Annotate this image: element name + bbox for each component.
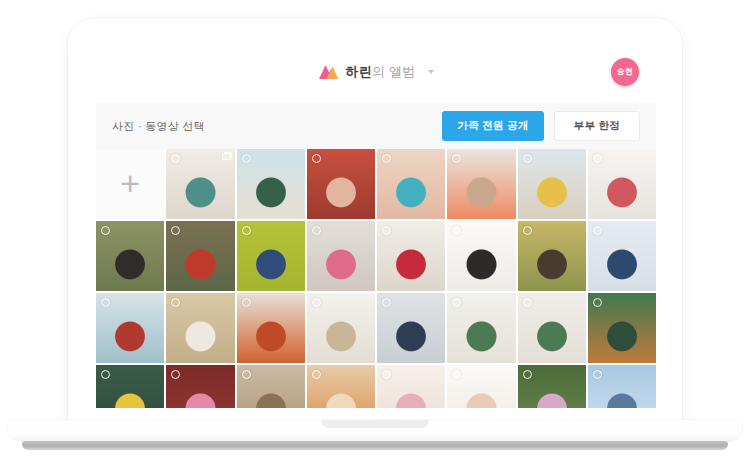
page: 하린의 앨범 승현 사진 · 동영상 선택 가족 전원 공개 부부 한정 + — [0, 0, 750, 462]
plus-icon: + — [120, 166, 140, 200]
photo-tile[interactable] — [447, 221, 515, 291]
photo-tile[interactable] — [518, 221, 586, 291]
select-circle-icon[interactable] — [593, 298, 602, 307]
select-circle-icon[interactable] — [171, 298, 180, 307]
album-title-rest: 의 앨범 — [372, 64, 415, 79]
photo-tile[interactable] — [377, 149, 445, 219]
add-photo-button[interactable]: + — [96, 149, 164, 219]
select-circle-icon[interactable] — [171, 154, 180, 163]
share-scope-buttons: 가족 전원 공개 부부 한정 — [442, 111, 640, 141]
burst-photos-icon — [222, 153, 231, 160]
photo-tile[interactable] — [447, 365, 515, 408]
photo-tile[interactable] — [96, 365, 164, 408]
select-circle-icon[interactable] — [452, 226, 461, 235]
select-circle-icon[interactable] — [593, 226, 602, 235]
album-title-menu[interactable]: 하린의 앨범 — [318, 63, 435, 81]
album-title-bold: 하린 — [346, 64, 372, 79]
select-circle-icon[interactable] — [171, 370, 180, 379]
select-circle-icon[interactable] — [312, 226, 321, 235]
photo-tile[interactable] — [377, 365, 445, 408]
select-circle-icon[interactable] — [242, 226, 251, 235]
select-circle-icon[interactable] — [523, 298, 532, 307]
select-circle-icon[interactable] — [312, 298, 321, 307]
photo-tile[interactable] — [307, 221, 375, 291]
photo-tile[interactable] — [377, 293, 445, 363]
album-title: 하린의 앨범 — [346, 63, 416, 81]
photo-tile[interactable] — [377, 221, 445, 291]
select-circle-icon[interactable] — [242, 298, 251, 307]
select-circle-icon[interactable] — [523, 226, 532, 235]
photo-tile[interactable] — [166, 365, 234, 408]
select-circle-icon[interactable] — [101, 226, 110, 235]
select-circle-icon[interactable] — [101, 370, 110, 379]
select-circle-icon[interactable] — [523, 154, 532, 163]
photo-tile[interactable] — [237, 293, 305, 363]
photo-tile[interactable] — [307, 365, 375, 408]
photo-tile[interactable] — [166, 221, 234, 291]
selection-label: 사진 · 동영상 선택 — [112, 119, 205, 134]
share-all-family-button[interactable]: 가족 전원 공개 — [442, 111, 543, 141]
select-circle-icon[interactable] — [312, 154, 321, 163]
select-circle-icon[interactable] — [101, 298, 110, 307]
share-couple-only-button[interactable]: 부부 한정 — [554, 111, 640, 141]
app-screen: 하린의 앨범 승현 사진 · 동영상 선택 가족 전원 공개 부부 한정 + — [96, 40, 656, 408]
photo-tile[interactable] — [166, 293, 234, 363]
select-circle-icon[interactable] — [242, 370, 251, 379]
laptop-base-shadow — [22, 441, 728, 450]
photo-tile[interactable] — [588, 149, 656, 219]
select-circle-icon[interactable] — [171, 226, 180, 235]
photo-tile[interactable] — [447, 149, 515, 219]
laptop-base-notch — [321, 420, 429, 428]
selection-toolbar: 사진 · 동영상 선택 가족 전원 공개 부부 한정 — [96, 103, 656, 149]
photo-tile[interactable] — [307, 149, 375, 219]
select-circle-icon[interactable] — [242, 154, 251, 163]
photo-tile[interactable] — [237, 221, 305, 291]
photo-tile[interactable] — [307, 293, 375, 363]
photo-tile[interactable] — [588, 293, 656, 363]
laptop-base — [8, 420, 742, 441]
photo-tile[interactable] — [96, 221, 164, 291]
select-circle-icon[interactable] — [382, 226, 391, 235]
photo-tile[interactable] — [237, 365, 305, 408]
photo-tile[interactable] — [166, 149, 234, 219]
select-circle-icon[interactable] — [312, 370, 321, 379]
photo-tile[interactable] — [96, 293, 164, 363]
select-circle-icon[interactable] — [382, 154, 391, 163]
select-circle-icon[interactable] — [382, 298, 391, 307]
app-header: 하린의 앨범 승현 — [96, 40, 656, 103]
select-circle-icon[interactable] — [593, 370, 602, 379]
select-circle-icon[interactable] — [452, 154, 461, 163]
select-circle-icon[interactable] — [593, 154, 602, 163]
photo-tile[interactable] — [237, 149, 305, 219]
app-logo-icon — [318, 63, 339, 80]
chevron-down-icon[interactable] — [428, 70, 434, 74]
photo-tile[interactable] — [518, 293, 586, 363]
photo-tile[interactable] — [447, 293, 515, 363]
photo-tile[interactable] — [518, 149, 586, 219]
photo-tile[interactable] — [588, 221, 656, 291]
photo-grid: + — [96, 149, 656, 408]
photo-tile[interactable] — [588, 365, 656, 408]
select-circle-icon[interactable] — [382, 370, 391, 379]
photo-tile[interactable] — [518, 365, 586, 408]
select-circle-icon[interactable] — [452, 370, 461, 379]
select-circle-icon[interactable] — [452, 298, 461, 307]
user-avatar[interactable]: 승현 — [611, 58, 639, 86]
select-circle-icon[interactable] — [523, 370, 532, 379]
